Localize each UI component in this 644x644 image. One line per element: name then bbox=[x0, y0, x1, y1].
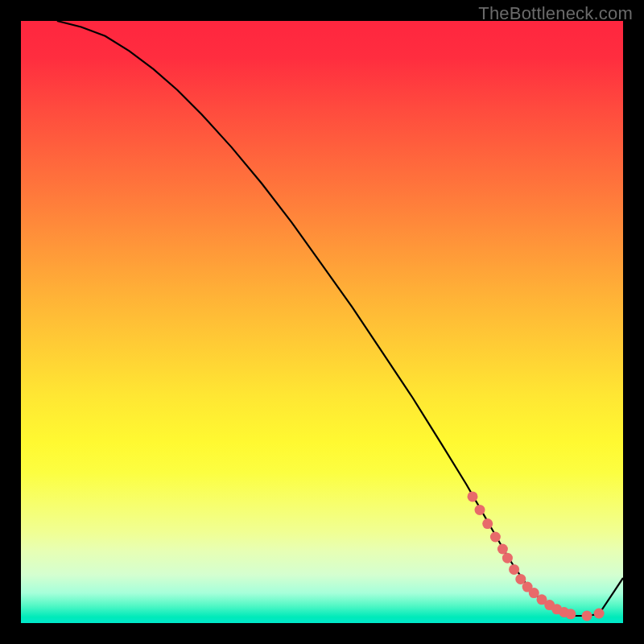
highlight-dot bbox=[468, 491, 478, 502]
highlight-dot bbox=[475, 505, 485, 515]
highlight-dot bbox=[594, 609, 605, 619]
highlight-dots bbox=[468, 491, 605, 621]
chart-overlay bbox=[21, 21, 623, 623]
highlight-dot bbox=[502, 553, 513, 564]
watermark-text: TheBottleneck.com bbox=[478, 3, 633, 24]
highlight-dot bbox=[490, 532, 501, 543]
bottleneck-curve bbox=[57, 21, 623, 616]
highlight-dot bbox=[565, 609, 576, 619]
plot-area bbox=[21, 21, 623, 623]
highlight-dot bbox=[497, 544, 508, 555]
highlight-dot bbox=[582, 611, 592, 621]
highlight-dot bbox=[509, 564, 519, 575]
highlight-dot bbox=[482, 518, 493, 529]
